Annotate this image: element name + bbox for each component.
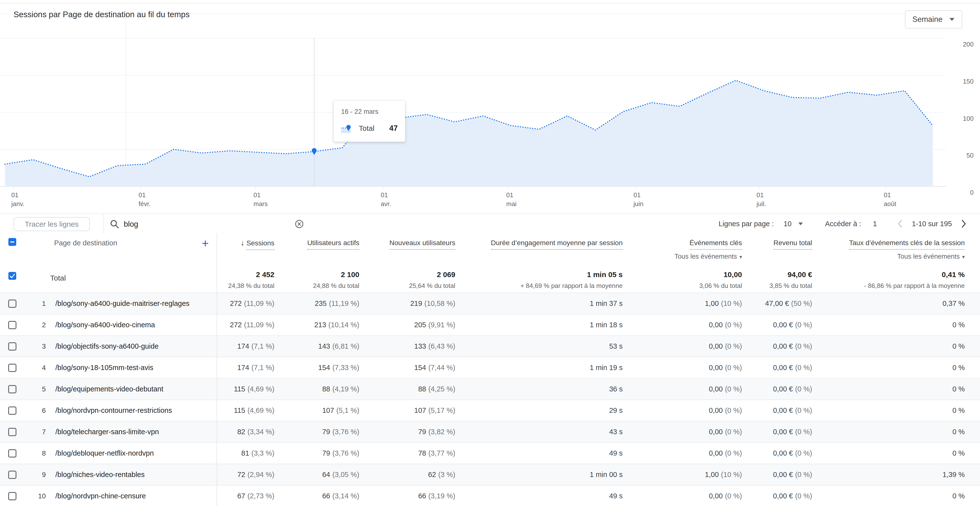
metric-cell: 36 s <box>455 385 623 393</box>
metric-cell: 0,00 €(0 %) <box>742 342 812 351</box>
tooltip-date-range: 16 - 22 mars <box>341 108 398 116</box>
metric-cell: 219(10,58 %) <box>359 300 455 308</box>
column-header-7[interactable]: Taux d’événements clés de la sessionTous… <box>812 233 965 260</box>
analytics-report-page: 01janv.01févr.01mars01avr.01mai01juin01j… <box>0 0 980 506</box>
table-toolbar: Tracer les lignes blog Lignes par page :… <box>0 213 980 233</box>
row-index: 2 <box>25 321 46 329</box>
search-icon <box>110 219 120 229</box>
metric-cell: 82(3,34 %) <box>216 428 274 436</box>
row-path: /blog/nordvpn-chine-censure <box>46 492 216 500</box>
metric-cell: 107(5,1 %) <box>274 406 359 414</box>
metric-cell: 0 % <box>812 492 965 500</box>
total-metric-cell: 2 45224,38 % du total <box>216 265 274 293</box>
row-checkbox[interactable] <box>0 299 25 308</box>
add-column-button[interactable]: + <box>202 239 209 248</box>
metric-cell: 0 % <box>812 428 965 436</box>
table-row: 7 /blog/telecharger-sans-limite-vpn 82(3… <box>0 421 980 442</box>
column-separator <box>216 233 217 506</box>
row-path: /blog/sony-a6400-video-cinema <box>46 321 216 329</box>
row-index: 4 <box>25 364 46 372</box>
metric-cell: 0,00 €(0 %) <box>742 321 812 329</box>
metric-cell: 0,00 €(0 %) <box>742 406 812 414</box>
metric-cell: 154(7,33 %) <box>274 364 359 372</box>
column-header-1[interactable]: ↓Sessions <box>216 233 274 250</box>
metric-cell: 107(5,17 %) <box>359 406 455 414</box>
metric-cell: 79(3,76 %) <box>274 428 359 436</box>
metric-cell: 0 % <box>812 406 965 414</box>
column-header-6[interactable]: Revenu total <box>742 233 812 250</box>
metric-cell: 272(11,09 %) <box>216 321 274 329</box>
unchecked-checkbox-icon <box>8 492 17 501</box>
metric-cell: 272(11,09 %) <box>216 300 274 308</box>
metric-cell: 174(7,1 %) <box>216 342 274 351</box>
select-all-checkbox[interactable] <box>0 233 25 246</box>
sessions-over-time-chart[interactable]: 01janv.01févr.01mars01avr.01mai01juin01j… <box>0 0 980 211</box>
plot-rows-button[interactable]: Tracer les lignes <box>14 217 90 231</box>
dimension-header-label[interactable]: Page de destination <box>54 239 117 247</box>
column-header-2[interactable]: Utilisateurs actifs <box>274 233 359 250</box>
column-filter-dropdown[interactable]: Tous les événements▾ <box>812 253 965 260</box>
x-tick-label-month: juil. <box>756 200 766 208</box>
column-header-3[interactable]: Nouveaux utilisateurs <box>359 233 455 250</box>
total-metric-cell: 2 06925,64 % du total <box>359 265 455 293</box>
row-checkbox[interactable] <box>0 385 25 393</box>
y-tick-label: 150 <box>963 78 974 85</box>
granularity-dropdown[interactable]: Semaine <box>905 10 962 29</box>
y-tick-label: 100 <box>963 115 974 122</box>
metric-cell: 0,00(0 %) <box>623 492 742 500</box>
metric-cell: 0,00 €(0 %) <box>742 471 812 479</box>
row-checkbox[interactable] <box>0 342 25 351</box>
column-header-4[interactable]: Durée d’engagement moyenne par session <box>455 233 623 250</box>
chevron-down-icon <box>949 18 955 21</box>
row-path: /blog/niches-video-rentables <box>46 471 216 479</box>
rows-per-page-label: Lignes par page : <box>719 220 774 228</box>
row-checkbox[interactable] <box>0 363 25 372</box>
metric-cell: 205(9,91 %) <box>359 321 455 329</box>
row-index: 7 <box>25 428 46 436</box>
x-tick-label-month: févr. <box>138 200 151 208</box>
total-row: Total 2 45224,38 % du total2 10024,88 % … <box>0 265 980 293</box>
metric-cell: 0,00 €(0 %) <box>742 385 812 393</box>
metric-cell: 0 % <box>812 449 965 457</box>
total-row-checkbox[interactable] <box>0 265 25 293</box>
metric-cell: 79(3,76 %) <box>274 449 359 457</box>
checked-checkbox-icon <box>8 271 17 280</box>
column-header-label: Revenu total <box>773 239 812 250</box>
row-checkbox[interactable] <box>0 449 25 458</box>
x-tick-label-day: 01 <box>757 191 764 199</box>
rows-per-page-value[interactable]: 10 <box>784 220 791 228</box>
previous-page-button[interactable] <box>897 218 904 229</box>
row-checkbox[interactable] <box>0 406 25 415</box>
row-checkbox[interactable] <box>0 428 25 436</box>
indeterminate-checkbox-icon <box>8 238 17 246</box>
x-tick-label-day: 01 <box>138 191 146 199</box>
table-body: 1 /blog/sony-a6400-guide-maitriser-regla… <box>0 293 980 506</box>
caret-down-icon <box>798 222 803 225</box>
total-series-area <box>5 80 933 186</box>
row-checkbox[interactable] <box>0 470 25 479</box>
goto-page-input[interactable]: 1 <box>873 220 877 228</box>
metric-cell: 0 % <box>812 364 965 372</box>
row-index: 6 <box>25 407 46 414</box>
row-checkbox[interactable] <box>0 492 25 501</box>
pagination: Lignes par page : 10 Accéder à : 1 1-10 … <box>719 214 967 233</box>
rows-per-page-dropdown[interactable] <box>798 222 803 225</box>
metric-cell: 47,00 €(50 %) <box>742 300 812 308</box>
row-index: 8 <box>25 449 46 457</box>
metric-cell: 0,00 €(0 %) <box>742 449 812 457</box>
row-path: /blog/sony-a6400-guide-maitriser-reglage… <box>46 300 216 308</box>
row-checkbox[interactable] <box>0 320 25 330</box>
metric-cell: 67(2,73 %) <box>216 492 274 500</box>
metric-cell: 133(6,43 %) <box>359 342 455 351</box>
x-tick-label-month: juin <box>633 200 643 208</box>
metric-cell: 0,37 % <box>812 300 965 308</box>
x-tick-label-month: janv. <box>11 200 24 208</box>
search-input[interactable]: blog <box>124 220 138 228</box>
clear-search-icon[interactable] <box>293 218 305 230</box>
column-filter-dropdown[interactable]: Tous les événements▾ <box>623 253 742 260</box>
column-header-5[interactable]: Événements clésTous les événements▾ <box>623 233 742 260</box>
metric-cell: 81(3,3 %) <box>216 449 274 457</box>
metric-cell: 66(3,14 %) <box>274 492 359 500</box>
metric-cell: 88(4,19 %) <box>274 385 359 393</box>
next-page-button[interactable] <box>960 218 967 229</box>
